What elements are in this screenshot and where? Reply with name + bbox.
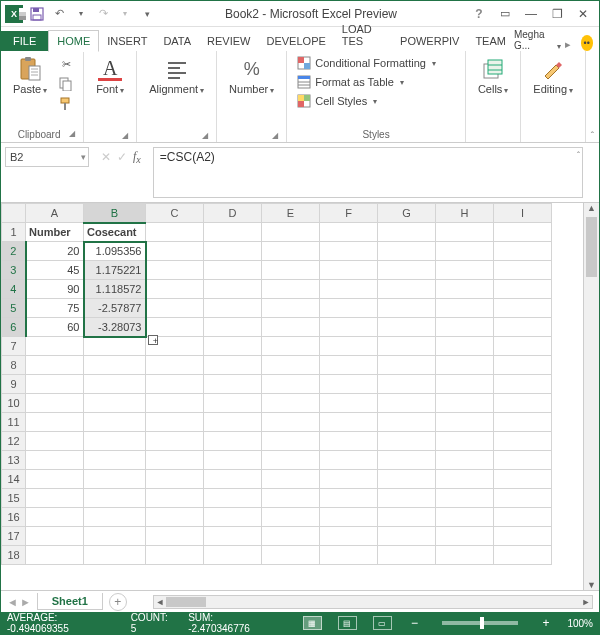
cell[interactable]	[204, 489, 262, 508]
cell[interactable]	[320, 375, 378, 394]
cell[interactable]	[26, 508, 84, 527]
cell[interactable]: 75	[26, 299, 84, 318]
view-page-layout-icon[interactable]: ▤	[338, 616, 357, 630]
save-icon[interactable]	[29, 6, 45, 22]
new-sheet-icon[interactable]: +	[109, 593, 127, 611]
tab-powerpivot[interactable]: POWERPIV	[392, 31, 467, 51]
cell[interactable]	[436, 432, 494, 451]
cell[interactable]	[436, 375, 494, 394]
cell[interactable]	[26, 451, 84, 470]
cell[interactable]	[146, 356, 204, 375]
qat-customize-icon[interactable]: ▾	[139, 6, 155, 22]
cell[interactable]	[320, 470, 378, 489]
cell[interactable]: 20	[26, 242, 84, 261]
cell[interactable]	[84, 356, 146, 375]
cell[interactable]	[436, 451, 494, 470]
cell[interactable]: -2.57877	[84, 299, 146, 318]
row-header[interactable]: 8	[2, 356, 26, 375]
zoom-in-icon[interactable]: +	[538, 616, 553, 630]
cell[interactable]	[378, 337, 436, 356]
sheet-tab[interactable]: Sheet1	[37, 593, 103, 610]
cell[interactable]	[204, 527, 262, 546]
cell[interactable]	[146, 451, 204, 470]
cell[interactable]	[26, 546, 84, 565]
cell[interactable]	[320, 451, 378, 470]
cell[interactable]	[84, 527, 146, 546]
cell[interactable]	[26, 375, 84, 394]
cell[interactable]	[26, 470, 84, 489]
cell[interactable]	[436, 261, 494, 280]
cell[interactable]	[146, 508, 204, 527]
row-header[interactable]: 4	[2, 280, 26, 299]
tab-insert[interactable]: INSERT	[99, 31, 155, 51]
cell[interactable]	[436, 280, 494, 299]
cell[interactable]	[320, 413, 378, 432]
editing-button[interactable]: Editing	[529, 55, 577, 97]
cells-button[interactable]: Cells	[474, 55, 512, 97]
cell[interactable]	[146, 413, 204, 432]
cell[interactable]	[204, 394, 262, 413]
undo-icon[interactable]: ↶	[51, 6, 67, 22]
row-header[interactable]: 10	[2, 394, 26, 413]
cell[interactable]	[436, 546, 494, 565]
col-header-B[interactable]: B	[84, 204, 146, 223]
cell[interactable]	[436, 242, 494, 261]
cell[interactable]	[146, 242, 204, 261]
cell[interactable]	[84, 394, 146, 413]
cell[interactable]	[378, 299, 436, 318]
tab-team[interactable]: TEAM	[467, 31, 514, 51]
cell[interactable]	[84, 451, 146, 470]
col-header-C[interactable]: C	[146, 204, 204, 223]
view-page-break-icon[interactable]: ▭	[373, 616, 392, 630]
minimize-button[interactable]: —	[519, 5, 543, 23]
cell[interactable]	[262, 470, 320, 489]
cell[interactable]	[494, 242, 552, 261]
row-header[interactable]: 15	[2, 489, 26, 508]
cell[interactable]	[204, 413, 262, 432]
cell[interactable]: Cosecant	[84, 223, 146, 242]
cell[interactable]	[436, 394, 494, 413]
cell[interactable]	[204, 242, 262, 261]
cell[interactable]	[84, 337, 146, 356]
cell[interactable]	[494, 261, 552, 280]
enter-formula-icon[interactable]: ✓	[117, 150, 127, 164]
cell[interactable]	[378, 318, 436, 337]
cell[interactable]	[84, 413, 146, 432]
cell[interactable]	[320, 223, 378, 242]
cell[interactable]	[262, 242, 320, 261]
cell[interactable]	[436, 299, 494, 318]
cell[interactable]	[26, 527, 84, 546]
cell[interactable]	[378, 242, 436, 261]
cell[interactable]	[436, 508, 494, 527]
cell[interactable]	[494, 470, 552, 489]
cell[interactable]	[26, 489, 84, 508]
cell[interactable]	[378, 375, 436, 394]
close-button[interactable]: ✕	[571, 5, 595, 23]
cell[interactable]	[320, 261, 378, 280]
zoom-level[interactable]: 100%	[567, 618, 593, 629]
overflow-icon[interactable]: ▸	[561, 38, 575, 51]
row-header[interactable]: 17	[2, 527, 26, 546]
cell[interactable]	[378, 223, 436, 242]
cell[interactable]	[26, 337, 84, 356]
cell[interactable]	[378, 280, 436, 299]
tab-data[interactable]: DATA	[155, 31, 199, 51]
cell[interactable]: 45	[26, 261, 84, 280]
cell[interactable]	[378, 527, 436, 546]
cell[interactable]	[436, 489, 494, 508]
cell[interactable]	[494, 223, 552, 242]
formula-bar[interactable]: =CSC(A2) ˆ	[153, 147, 583, 198]
cell[interactable]	[320, 394, 378, 413]
row-header[interactable]: 14	[2, 470, 26, 489]
scroll-right-icon[interactable]: ►	[580, 596, 592, 608]
cell[interactable]	[378, 508, 436, 527]
row-header[interactable]: 5	[2, 299, 26, 318]
account-name[interactable]: Megha G...	[514, 29, 557, 51]
expand-formula-bar-icon[interactable]: ˆ	[577, 150, 580, 160]
row-header[interactable]: 11	[2, 413, 26, 432]
cell[interactable]	[378, 489, 436, 508]
select-all-corner[interactable]	[2, 204, 26, 223]
vertical-scrollbar[interactable]: ▲ ▼	[583, 203, 599, 590]
cell-styles-button[interactable]: Cell Styles▾	[295, 93, 379, 109]
cell[interactable]	[494, 432, 552, 451]
